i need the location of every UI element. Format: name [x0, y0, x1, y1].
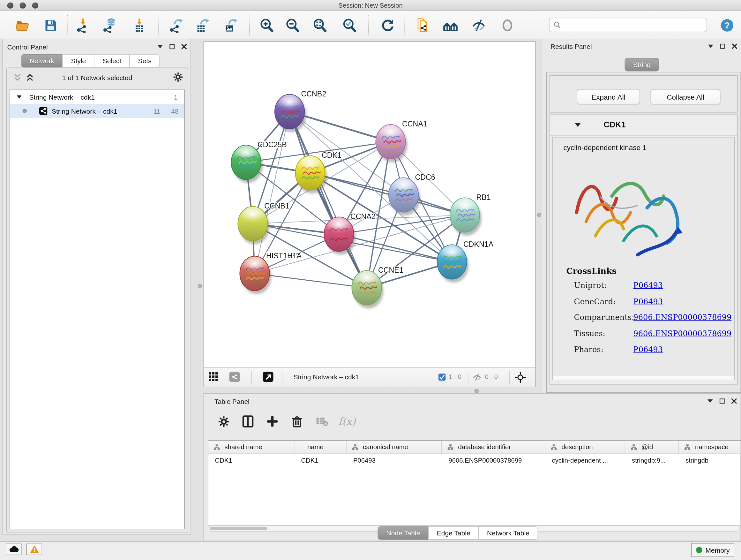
network-edge-CDK1-RB1[interactable]	[310, 173, 465, 215]
network-collection-row[interactable]: String Network – cdk1 1	[10, 90, 185, 104]
import-network-database-button[interactable]	[99, 16, 120, 35]
zoom-selected-button[interactable]	[339, 16, 360, 35]
panel-menu-icon[interactable]	[158, 45, 163, 49]
network-list-options-button[interactable]	[173, 72, 183, 84]
table-cell[interactable]: P06493	[347, 454, 442, 467]
column-header-@id[interactable]: @id	[625, 441, 679, 454]
function-builder-button-disabled[interactable]: f(x)	[337, 412, 357, 431]
warning-status-button[interactable]	[26, 544, 43, 555]
tab-node-table[interactable]: Node Table	[378, 526, 429, 540]
table-cell[interactable]: CDK1	[294, 454, 347, 467]
cloud-status-button[interactable]	[6, 544, 22, 555]
import-table-file-button[interactable]	[129, 16, 150, 35]
first-neighbors-button[interactable]	[440, 16, 461, 35]
panel-close-icon[interactable]	[732, 44, 738, 49]
crosslink-link[interactable]: P06493	[633, 345, 663, 354]
open-session-button[interactable]	[12, 16, 33, 35]
detach-view-button[interactable]	[263, 372, 273, 382]
network-node-CCNE1[interactable]	[352, 271, 384, 309]
delete-column-button[interactable]	[287, 412, 307, 431]
zoom-out-button[interactable]	[282, 16, 303, 35]
table-cell[interactable]: cyclin-dependent ...	[545, 454, 625, 467]
memory-button[interactable]: Memory	[691, 543, 734, 557]
show-all-button[interactable]	[497, 16, 518, 35]
create-column-button[interactable]	[262, 412, 282, 431]
export-table-button[interactable]	[192, 16, 212, 35]
network-node-CCNA2[interactable]	[324, 217, 356, 255]
network-node-HIST1H1A[interactable]	[240, 256, 272, 294]
new-network-from-selection-button[interactable]	[413, 16, 434, 35]
column-header-description[interactable]: description	[545, 441, 625, 454]
panel-menu-icon[interactable]	[708, 45, 714, 48]
crosslink-link[interactable]: P06493	[633, 281, 663, 290]
network-node-CDK1[interactable]	[295, 156, 327, 194]
panel-menu-icon[interactable]	[708, 399, 713, 403]
search-field[interactable]	[549, 18, 707, 32]
table-cell[interactable]: 9606.ENSP00000378699	[442, 454, 545, 467]
vertical-splitter-handle[interactable]	[537, 212, 542, 217]
network-node-CCNB2[interactable]	[275, 95, 307, 132]
table-cell[interactable]: CDK1	[208, 454, 294, 467]
network-edge-HIST1H1A-CCNE1[interactable]	[255, 273, 367, 288]
hide-selection-button[interactable]	[468, 16, 489, 35]
collapse-all-button[interactable]: Collapse All	[651, 89, 721, 105]
selected-counts: 1 - 0	[449, 373, 462, 381]
tab-edge-table[interactable]: Edge Table	[428, 526, 479, 540]
vertical-splitter-handle[interactable]	[198, 284, 202, 289]
apply-layout-button[interactable]	[377, 16, 398, 35]
column-header-namespace[interactable]: namespace	[679, 441, 741, 454]
crosslink-link[interactable]: 9606.ENSP00000378699	[633, 329, 732, 338]
table-hscrollbar-thumb[interactable]	[210, 527, 267, 530]
table-cell[interactable]: stringdb:9...	[625, 454, 679, 467]
network-node-CDKN1A[interactable]	[437, 245, 469, 283]
tab-network[interactable]: Network	[21, 54, 63, 68]
table-row[interactable]: CDK1CDK1P064939606.ENSP00000378699cyclin…	[208, 454, 741, 467]
panel-close-icon[interactable]	[182, 44, 187, 50]
grid-view-button[interactable]	[209, 372, 218, 384]
panel-float-icon[interactable]	[720, 398, 725, 404]
crosslink-link[interactable]: 9606.ENSP00000378699	[633, 313, 732, 322]
column-header-name[interactable]: name	[294, 441, 347, 454]
network-canvas[interactable]: CCNB2CCNA1CDC25BCDK1CDC6RB1CCNB1CCNA2CDK…	[204, 42, 535, 368]
birds-eye-view-button[interactable]	[515, 372, 526, 385]
results-scrollbar-track[interactable]	[553, 375, 735, 380]
tab-style[interactable]: Style	[63, 54, 95, 68]
hidden-eye-icon[interactable]	[473, 373, 482, 384]
panel-float-icon[interactable]	[720, 44, 725, 49]
import-network-file-button[interactable]	[72, 16, 93, 35]
column-header-canonical-name[interactable]: canonical name	[347, 441, 442, 454]
zoom-fit-button[interactable]	[309, 16, 330, 35]
save-session-button[interactable]	[40, 16, 61, 35]
panel-float-icon[interactable]	[170, 44, 175, 50]
export-network-button[interactable]	[165, 16, 186, 35]
help-button[interactable]: ?	[717, 16, 738, 35]
show-columns-button[interactable]	[238, 412, 258, 431]
search-input[interactable]	[561, 21, 697, 29]
network-node-RB1[interactable]	[450, 198, 482, 236]
expand-all-button[interactable]: Expand All	[577, 89, 640, 105]
network-node-CDC25B[interactable]	[231, 145, 263, 183]
crosslink-link[interactable]: P06493	[633, 297, 663, 306]
network-row-selected[interactable]: String Network – cdk1 11 48	[10, 104, 185, 118]
section-collapse-icon[interactable]	[575, 123, 581, 127]
table-cell[interactable]: stringdb	[679, 454, 741, 467]
tab-string[interactable]: String	[624, 58, 659, 71]
table-options-button[interactable]	[213, 412, 233, 431]
export-image-button[interactable]	[220, 16, 241, 35]
delete-table-button-disabled[interactable]	[312, 412, 332, 431]
network-badge-icon[interactable]	[229, 372, 240, 382]
horizontal-splitter-handle[interactable]	[475, 389, 479, 393]
gene-section-header[interactable]: CDK1	[550, 115, 738, 136]
network-node-CCNA1[interactable]	[376, 125, 408, 163]
tree-expander-icon[interactable]	[17, 96, 22, 99]
network-edge-CCNB2-CCNE1[interactable]	[290, 112, 367, 288]
panel-close-icon[interactable]	[731, 398, 737, 404]
zoom-in-button[interactable]	[256, 16, 277, 35]
tab-select[interactable]: Select	[94, 54, 130, 68]
network-node-CDC6[interactable]	[389, 178, 420, 216]
tab-sets[interactable]: Sets	[130, 54, 160, 68]
column-header-database-identifier[interactable]: database identifier	[442, 441, 545, 454]
tab-network-table[interactable]: Network Table	[478, 526, 538, 540]
selected-nodes-checkbox[interactable]	[439, 374, 446, 383]
column-header-shared-name[interactable]: shared name	[208, 441, 294, 454]
